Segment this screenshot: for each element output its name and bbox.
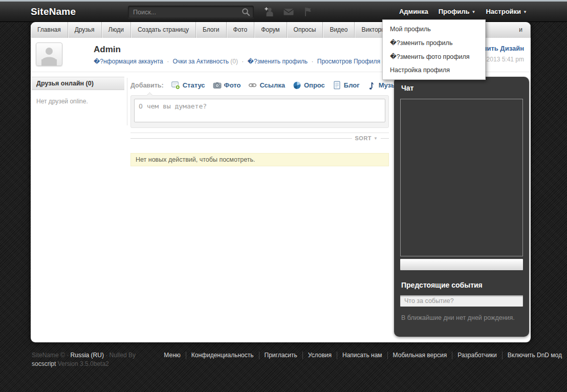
menu-item-edit-profile-photo[interactable]: �?зменить фото профиля (383, 50, 485, 63)
music-note-icon (367, 81, 376, 90)
sort-dropdown[interactable]: SORT ▼ (355, 135, 378, 141)
chat-title: Чат (401, 84, 523, 92)
friends-online-title: Друзья онлайн (0) (32, 77, 124, 90)
messages-icon[interactable] (283, 6, 294, 17)
composer-notch (146, 92, 153, 99)
header-links: Админка Профиль▼ Настройки▼ (399, 8, 527, 15)
composer-actions-row: Добавить: Статус (130, 81, 389, 90)
footer-links: Меню Конфиденциальность Пригласить Услов… (159, 351, 567, 359)
status-icon (171, 81, 180, 90)
footer-link-privacy[interactable]: Конфиденциальность (186, 352, 259, 359)
chevron-down-icon: ▼ (523, 10, 527, 14)
no-activity-notice: Нет новых действий, чтобы посмотреть. (130, 153, 389, 166)
footer-link-menu[interactable]: Меню (159, 352, 185, 359)
notifications-flag-icon[interactable] (302, 6, 314, 17)
footer-link-terms[interactable]: Условия (302, 352, 337, 359)
search-icon[interactable] (242, 8, 250, 16)
add-label: Добавить: (130, 82, 164, 89)
friends-online-sidebar: Друзья онлайн (0) Нет друзей online. (32, 77, 124, 337)
camera-icon (213, 81, 222, 90)
footer: SiteName © · Russia (RU) · Nulled By soc… (0, 342, 567, 368)
admin-link[interactable]: Админка (399, 8, 428, 15)
tab-photos[interactable]: Фото (227, 22, 255, 38)
profile-name: Admin (94, 45, 121, 55)
sort-row: SORT ▼ (130, 135, 389, 141)
tab-people[interactable]: Люди (102, 22, 131, 38)
profile-avatar[interactable] (36, 42, 62, 66)
footer-copyright: SiteName © · Russia (RU) · Nulled By soc… (32, 351, 159, 368)
add-link-button[interactable]: Ссылка (248, 81, 285, 90)
activity-points-link[interactable]: Очки за Активность (172, 58, 228, 65)
footer-link-contact[interactable]: Написать нам (337, 352, 387, 359)
feed-column: Добавить: Статус (130, 77, 389, 337)
link-icon (248, 81, 257, 90)
status-textarea[interactable] (134, 99, 385, 122)
person-silhouette-icon (38, 46, 60, 66)
footer-link-dnd[interactable]: Включить DnD мод (502, 352, 567, 359)
friends-online-empty-text: Нет друзей online. (36, 98, 124, 105)
tab-videos[interactable]: Видео (323, 22, 355, 38)
edit-profile-link[interactable]: �?зменить профиль (248, 58, 308, 65)
add-photo-button[interactable]: Фото (213, 81, 241, 90)
search-box (128, 6, 254, 18)
footer-link-developers[interactable]: Разработчики (452, 352, 502, 359)
settings-menu-button[interactable]: Настройки▼ (486, 8, 527, 15)
footer-link-invite[interactable]: Пригласить (259, 352, 302, 359)
status-composer (130, 95, 389, 128)
header-icon-group (264, 6, 314, 17)
menu-item-my-profile[interactable]: Мой профиль (383, 23, 485, 36)
poll-pie-icon (293, 81, 301, 90)
add-friend-icon[interactable] (264, 6, 275, 17)
activity-points-count: (0) (230, 58, 238, 65)
birthday-note: В ближайшие дни нет дней рождения. (401, 314, 523, 321)
columns: Друзья онлайн (0) Нет друзей online. Доб… (31, 72, 531, 337)
tab-create-page[interactable]: Создать страницу (131, 22, 196, 38)
content-area: Admin �?нформация аккаунта · Очки за Акт… (31, 38, 531, 342)
change-design-link[interactable]: енить Дизайн (479, 45, 524, 52)
chat-panel: Чат Предстоящие события В ближайшие дни … (394, 77, 529, 337)
tab-forum[interactable]: Форум (254, 22, 287, 38)
footer-link-mobile[interactable]: Мобильная версия (387, 352, 452, 359)
tab-friends[interactable]: Друзья (68, 22, 102, 38)
profile-menu-button[interactable]: Профиль▼ (439, 8, 476, 15)
header-bar: SiteName (0, 2, 567, 22)
add-status-button[interactable]: Статус (171, 81, 205, 90)
tab-blogs[interactable]: Блоги (196, 22, 227, 38)
search-input[interactable] (128, 6, 254, 18)
profile-date: 5, 2013 5:41 pm (479, 56, 524, 63)
chat-input[interactable] (400, 259, 523, 270)
chevron-down-icon: ▼ (472, 10, 476, 14)
event-input[interactable] (400, 295, 523, 307)
tab-polls[interactable]: Опросы (287, 22, 323, 38)
profile-views-link[interactable]: Просмотров Профиля (317, 58, 380, 65)
tab-home[interactable]: Главная (31, 22, 68, 38)
site-logo[interactable]: SiteName (31, 6, 76, 17)
menu-item-edit-profile[interactable]: �?зменить профиль (383, 36, 485, 50)
add-poll-button[interactable]: Опрос (293, 81, 325, 90)
feed-divider (130, 133, 389, 133)
menu-item-profile-settings[interactable]: Настройка профиля (383, 63, 485, 77)
add-blog-button[interactable]: Блог (333, 81, 360, 90)
profile-meta: енить Дизайн 5, 2013 5:41 pm (479, 45, 524, 63)
upcoming-events-title: Предстоящие события (401, 281, 523, 289)
socscript-link[interactable]: socscript (32, 360, 56, 367)
chevron-down-icon: ▼ (374, 136, 378, 141)
chat-messages (400, 99, 523, 256)
profile-dropdown-menu: Мой профиль �?зменить профиль �?зменить … (382, 19, 486, 80)
blog-page-icon (333, 81, 341, 90)
account-info-link[interactable]: �?нформация аккаунта (94, 58, 163, 65)
profile-links-row: �?нформация аккаунта · Очки за Активност… (94, 58, 389, 65)
